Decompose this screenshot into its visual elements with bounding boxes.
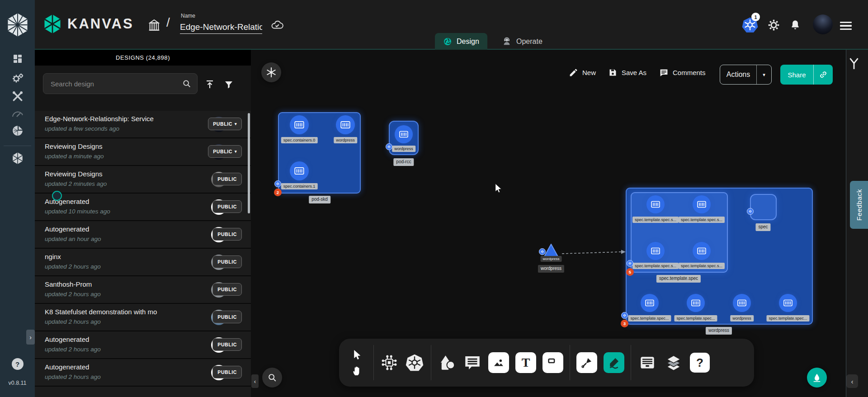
design-list-item[interactable]: Reviewing Designs updated 2 minutes ago … [35, 166, 251, 194]
container-node[interactable] [733, 294, 751, 312]
nav-dashboard-icon[interactable] [0, 53, 35, 64]
container-node[interactable] [290, 161, 309, 180]
container-node[interactable] [779, 294, 797, 312]
pan-tool-button[interactable] [351, 365, 363, 376]
collapse-right-chevron[interactable]: ‹ [846, 374, 858, 388]
help-button[interactable]: ? [0, 358, 35, 370]
kubernetes-context-button[interactable]: 1 [741, 16, 759, 33]
visibility-button[interactable]: PUBLIC [212, 283, 242, 296]
visibility-button[interactable]: PUBLIC [212, 228, 242, 241]
container-node[interactable] [290, 115, 309, 134]
caret-down-icon[interactable]: ▾ [757, 72, 771, 78]
pod-template-group-node[interactable] [631, 192, 728, 273]
annotation-tool-button[interactable] [463, 353, 482, 372]
dock-help-button[interactable]: ? [690, 353, 710, 373]
user-avatar[interactable] [813, 14, 833, 34]
visibility-button[interactable]: PUBLIC [212, 255, 242, 268]
design-name-input[interactable] [180, 21, 262, 34]
tab-operate[interactable]: Operate [494, 33, 551, 50]
filter-button[interactable] [222, 78, 236, 91]
feedback-button[interactable]: Feedback [850, 181, 868, 229]
collapse-panel-chevron[interactable]: ‹ [251, 374, 259, 388]
settings-button[interactable] [768, 19, 780, 31]
search-input[interactable] [43, 80, 182, 88]
visibility-button[interactable]: PUBLIC ▾ [208, 118, 242, 130]
meshery-logo[interactable] [0, 0, 35, 50]
copy-link-icon[interactable] [814, 70, 833, 79]
nav-kanvas-icon[interactable] [0, 152, 35, 165]
design-list-item[interactable]: nginx updated 2 hours ago PUBLIC [35, 249, 251, 276]
nav-extensions-icon[interactable] [0, 125, 35, 137]
layers-tool-button[interactable] [664, 353, 684, 373]
menu-button[interactable] [840, 19, 852, 32]
workspace-icon[interactable] [147, 18, 161, 33]
new-button[interactable]: New [569, 68, 596, 77]
container-node[interactable] [336, 115, 355, 134]
feedback-label: Feedback [855, 189, 863, 221]
drawer-tool-button[interactable] [637, 353, 657, 373]
import-design-button[interactable] [203, 78, 217, 91]
text-tool-button[interactable]: T [515, 352, 536, 373]
visibility-button[interactable]: PUBLIC [212, 200, 242, 213]
design-list-item[interactable]: Autogenerated updated 2 hours ago PUBLIC [35, 331, 251, 359]
dock-toggle-button[interactable] [261, 62, 281, 82]
kanvas-brand[interactable]: KANVAS [43, 14, 134, 34]
container-node[interactable] [693, 242, 711, 260]
visibility-button[interactable]: PUBLIC [212, 338, 242, 351]
container-node[interactable] [687, 294, 705, 312]
container-node[interactable] [641, 294, 659, 312]
share-button[interactable]: Share [780, 65, 833, 85]
actions-button[interactable]: Actions ▾ [720, 65, 772, 85]
visibility-button[interactable]: PUBLIC [212, 173, 242, 185]
visibility-button[interactable]: PUBLIC [212, 311, 242, 323]
visibility-button[interactable]: PUBLIC [212, 366, 242, 378]
design-list-item[interactable]: Reviewing Designs updated a minute ago P… [35, 138, 251, 166]
select-tool-button[interactable] [351, 349, 363, 360]
design-list-item[interactable]: Autogenerated updated 10 minutes ago PUB… [35, 194, 251, 221]
shapes-tool-button[interactable] [438, 353, 457, 372]
kubernetes-tool-button[interactable] [405, 353, 425, 373]
design-list-item[interactable]: K8 Statefulset demonstration with mo upd… [35, 304, 251, 331]
design-list-item[interactable]: Autogenerated updated an hour ago PUBLIC [35, 221, 251, 249]
visibility-button[interactable]: PUBLIC ▾ [208, 145, 242, 158]
panel-scrollbar[interactable] [248, 113, 250, 213]
design-search[interactable] [43, 73, 198, 94]
note-tool-button[interactable] [542, 352, 563, 373]
design-list-item-partial[interactable] [35, 387, 251, 397]
nav-lifecycle-icon[interactable] [0, 72, 35, 84]
design-updated: updated a few seconds ago [45, 125, 119, 132]
zoom-search-button[interactable] [262, 368, 282, 388]
components-tool-button[interactable] [380, 354, 398, 372]
container-node[interactable] [646, 242, 665, 260]
error-count-badge[interactable]: 2 [274, 189, 282, 196]
error-count-badge[interactable]: 5 [626, 268, 634, 276]
save-as-button[interactable]: Save As [608, 68, 646, 77]
container-node[interactable] [395, 125, 413, 143]
design-list-item[interactable]: Autogenerated updated 2 hours ago PUBLIC [35, 359, 251, 387]
pen-tool-button[interactable] [576, 352, 597, 373]
hierarchy-toggle-button[interactable] [848, 57, 860, 71]
expand-panel-button[interactable]: › [26, 330, 35, 345]
container-node[interactable] [693, 195, 711, 213]
tab-design[interactable]: Design [435, 33, 487, 50]
freehand-draw-button[interactable] [604, 352, 624, 373]
container-node[interactable] [646, 195, 665, 213]
design-list-item[interactable]: Santhosh-Prom updated 2 hours ago PUBLIC [35, 276, 251, 304]
node-label: spec.containers.0 [281, 137, 318, 143]
nav-configuration-icon[interactable] [0, 90, 35, 102]
question-mark-icon: ? [696, 357, 703, 369]
group-label: wordpress [706, 327, 732, 335]
design-list-item[interactable]: Edge-Network-Relationship: Service updat… [35, 111, 251, 138]
image-tool-button[interactable] [488, 352, 509, 373]
publish-fab[interactable] [807, 368, 827, 388]
spec-node[interactable] [750, 194, 777, 220]
comments-button[interactable]: Comments [659, 68, 706, 77]
notifications-button[interactable] [789, 19, 801, 31]
relationship-edge[interactable] [561, 246, 628, 258]
error-count-badge[interactable]: 3 [621, 320, 628, 327]
nav-performance-icon[interactable] [0, 109, 35, 118]
visibility-label: PUBLIC [217, 204, 237, 209]
design-tab-icon [443, 37, 452, 46]
dock-divider [631, 345, 631, 380]
container-icon [783, 298, 793, 308]
